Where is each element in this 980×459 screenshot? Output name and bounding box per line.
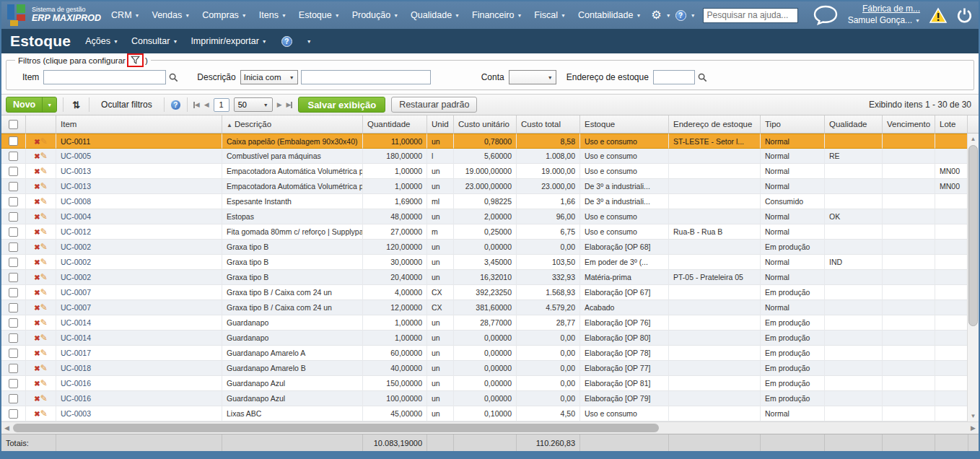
column-header-unid[interactable]: Unid — [427, 115, 454, 134]
row-checkbox[interactable] — [9, 379, 18, 388]
topbar-menu-financeiro[interactable]: Financeiro▼ — [472, 10, 522, 20]
page-menu-consultar[interactable]: Consultar▼ — [131, 36, 178, 46]
edit-row-icon[interactable]: ✎ — [40, 227, 48, 237]
vertical-scrollbar[interactable]: ▲ ▼ — [967, 134, 979, 421]
item-search-icon[interactable] — [169, 73, 178, 82]
row-checkbox[interactable] — [9, 303, 18, 312]
delete-row-icon[interactable]: ✖ — [34, 152, 40, 160]
chat-bubble-icon[interactable] — [812, 4, 839, 27]
horizontal-scrollbar-thumb[interactable] — [13, 424, 659, 432]
column-header-item[interactable]: Item — [56, 115, 222, 134]
topbar-menu-vendas[interactable]: Vendas▼ — [152, 10, 190, 20]
edit-row-icon[interactable]: ✎ — [40, 211, 48, 222]
restaurar-padrao-button[interactable]: Restaurar padrão — [391, 97, 477, 113]
warning-icon[interactable] — [929, 7, 948, 24]
table-row[interactable]: ✖✎ UC-0013Empacotadora Automática Volumé… — [1, 179, 968, 194]
edit-row-icon[interactable]: ✎ — [40, 166, 48, 176]
page-menu-acoes[interactable]: Ações▼ — [85, 36, 118, 46]
delete-row-icon[interactable]: ✖ — [34, 183, 40, 191]
table-row[interactable]: ✖✎ UC-0002Graxa tipo B30,00000un3,450001… — [1, 255, 968, 270]
next-page-button[interactable]: ▶ — [277, 101, 282, 108]
descricao-operator-select[interactable]: Inicia com▼ — [240, 70, 298, 84]
edit-row-icon[interactable]: ✎ — [40, 363, 48, 373]
help-dropdown-arrow-icon[interactable]: ▼ — [691, 13, 696, 18]
row-checkbox[interactable] — [9, 167, 18, 176]
column-header-descricao[interactable]: ▲Descrição — [222, 115, 363, 134]
row-checkbox[interactable] — [9, 227, 18, 237]
novo-dropdown-arrow-icon[interactable]: ▼ — [42, 97, 56, 112]
table-row[interactable]: ✖✎ UC-0016Guardanapo Azul100,00000un0,00… — [1, 391, 968, 406]
scroll-down-icon[interactable]: ▼ — [968, 413, 979, 419]
topbar-menu-itens[interactable]: Itens▼ — [259, 10, 286, 20]
page-menu-imprimir-exportar[interactable]: Imprimir/exportar▼ — [191, 36, 266, 46]
row-checkbox[interactable] — [9, 152, 18, 161]
filter-funnel-icon[interactable] — [131, 56, 140, 65]
delete-row-icon[interactable]: ✖ — [34, 410, 40, 418]
delete-row-icon[interactable]: ✖ — [34, 228, 40, 236]
table-row[interactable]: ✖✎ UC-0016Guardanapo Azul150,00000un0,00… — [1, 376, 968, 391]
topbar-menu-crm[interactable]: CRM▼ — [111, 10, 139, 20]
company-link[interactable]: Fábrica de m... — [848, 4, 920, 15]
column-header-qualidade[interactable]: Qualidade — [825, 115, 883, 134]
delete-row-icon[interactable]: ✖ — [34, 198, 40, 206]
help-search-input[interactable] — [703, 8, 798, 23]
row-checkbox[interactable] — [9, 288, 18, 297]
delete-row-icon[interactable]: ✖ — [34, 380, 40, 388]
table-row[interactable]: ✖✎ UC-0002Graxa tipo B120,00000un0,00000… — [1, 240, 968, 255]
conta-select[interactable]: ▼ — [509, 70, 556, 84]
endereco-filter-input[interactable] — [653, 70, 695, 84]
scroll-up-icon[interactable]: ▲ — [968, 136, 979, 142]
delete-row-icon[interactable]: ✖ — [34, 334, 40, 342]
column-header-endereco-de-estoque[interactable]: Endereço de estoque — [669, 115, 761, 134]
topbar-menu-fiscal[interactable]: Fiscal▼ — [534, 10, 566, 20]
page-size-select[interactable]: 50▼ — [234, 97, 273, 112]
user-menu[interactable]: Samuel Gonça... ▼ — [848, 15, 920, 27]
novo-button[interactable]: Novo ▼ — [6, 97, 57, 113]
table-row[interactable]: ✖✎ UC-0013Empacotadora Automática Volumé… — [1, 164, 968, 179]
delete-row-icon[interactable]: ✖ — [34, 213, 40, 221]
delete-row-icon[interactable]: ✖ — [34, 138, 40, 146]
row-checkbox[interactable] — [9, 242, 18, 252]
row-checkbox[interactable] — [9, 409, 18, 419]
table-row[interactable]: ✖✎ UC-0017Guardanapo Amarelo A60,00000un… — [1, 346, 968, 361]
edit-row-icon[interactable]: ✎ — [40, 408, 48, 419]
table-row[interactable]: ✖✎ UC-0014Guardanapo1,00000un28,7700028,… — [1, 315, 968, 331]
delete-row-icon[interactable]: ✖ — [34, 395, 40, 403]
vertical-scrollbar-thumb[interactable] — [968, 145, 978, 326]
item-filter-input[interactable] — [43, 70, 166, 84]
table-row[interactable]: ✖✎ UC-0008Espesante Instanth1,69000ml0,9… — [1, 194, 968, 209]
scroll-right-icon[interactable]: ▶ — [971, 424, 976, 432]
delete-row-icon[interactable]: ✖ — [34, 349, 40, 357]
delete-row-icon[interactable]: ✖ — [34, 289, 40, 297]
row-checkbox[interactable] — [9, 273, 18, 282]
delete-row-icon[interactable]: ✖ — [34, 304, 40, 312]
edit-row-icon[interactable]: ✎ — [40, 348, 48, 358]
row-checkbox[interactable] — [9, 364, 18, 373]
topbar-menu-compras[interactable]: Compras▼ — [202, 10, 247, 20]
row-checkbox[interactable] — [9, 182, 18, 191]
page-more-dropdown-arrow-icon[interactable]: ▼ — [307, 39, 312, 44]
table-row[interactable]: ✖✎ UC-0003Lixas ABC45,00000un0,100004,50… — [1, 406, 968, 421]
delete-row-icon[interactable]: ✖ — [34, 167, 40, 175]
column-header-lote[interactable]: Lote — [935, 115, 968, 134]
row-checkbox[interactable] — [9, 349, 18, 358]
edit-row-icon[interactable]: ✎ — [40, 151, 48, 161]
app-logo[interactable]: Sistema de gestão ERP MAXIPROD — [7, 4, 101, 26]
toolbar-help-icon[interactable]: ? — [170, 100, 181, 110]
table-row[interactable]: ✖✎ UC-0005Combustível para máquinas180,0… — [1, 149, 968, 164]
edit-row-icon[interactable]: ✎ — [40, 257, 48, 267]
descricao-filter-input[interactable] — [301, 70, 431, 84]
select-all-checkbox[interactable] — [9, 120, 18, 129]
column-header-custo-unitario[interactable]: Custo unitário — [454, 115, 517, 134]
edit-row-icon[interactable]: ✎ — [40, 393, 48, 403]
column-header-estoque[interactable]: Estoque — [580, 115, 669, 134]
horizontal-scrollbar[interactable]: ◀ ▶ — [1, 421, 979, 434]
table-row[interactable]: ✖✎ UC-0018Guardanapo Amarelo B40,00000un… — [1, 361, 968, 376]
edit-row-icon[interactable]: ✎ — [40, 196, 48, 206]
column-header-quantidade[interactable]: Quantidade — [363, 115, 427, 134]
row-checkbox[interactable] — [9, 258, 18, 267]
settings-gear-icon[interactable]: ⚙ — [651, 9, 661, 21]
delete-row-icon[interactable]: ✖ — [34, 243, 40, 251]
help-icon[interactable]: ? — [675, 10, 686, 21]
delete-row-icon[interactable]: ✖ — [34, 258, 40, 266]
